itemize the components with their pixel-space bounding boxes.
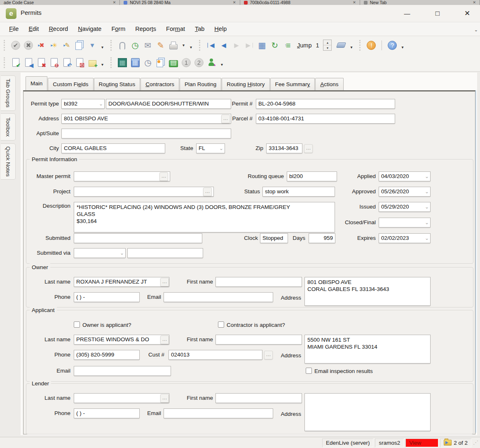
sidebar-tab-toolbox[interactable]: Toolbox [1, 113, 16, 141]
toolbar-grip[interactable] [4, 40, 7, 51]
master-permit-field[interactable] [74, 171, 170, 181]
refresh-icon[interactable]: ↻ [269, 40, 280, 51]
tab-actions[interactable]: Actions [315, 78, 343, 90]
applicant-email-field[interactable] [74, 366, 171, 376]
menu-form[interactable]: Form [106, 22, 130, 35]
project-field[interactable] [74, 187, 214, 197]
maximize-button[interactable]: □ [427, 5, 448, 22]
sort-icon[interactable]: ↑≡ [282, 40, 293, 51]
tab-plan-routing[interactable]: Plan Routing [180, 78, 221, 90]
clear-dropdown-icon[interactable]: ▾ [349, 42, 354, 53]
applied-date-field[interactable]: 04/03/2020⌄ [379, 171, 431, 181]
spinner-up-icon[interactable]: ▲ [323, 40, 331, 45]
approved-date-field[interactable]: 05/26/2020⌄ [379, 187, 431, 197]
toolbar-grip[interactable] [110, 40, 113, 51]
alert-icon[interactable]: ! [366, 40, 377, 51]
sidebar-tab-tab-groups[interactable]: Tab Groups [1, 75, 16, 111]
closed-final-date-field[interactable]: ⌄ [379, 218, 431, 228]
master-permit-lookup-button[interactable]: … [159, 172, 168, 181]
owner-address-area[interactable]: 801 OBISPO AVE CORAL GABLES FL 33134-364… [304, 277, 431, 306]
days-field[interactable]: 959 [309, 233, 335, 243]
owner-email-field[interactable] [164, 292, 273, 302]
submitted-field[interactable] [74, 233, 202, 243]
city-field[interactable]: CORAL GABLES [61, 143, 165, 153]
owner-last-name-field[interactable]: ROXANA J FERNANDEZ JT [74, 277, 169, 287]
lender-last-name-field[interactable] [74, 393, 169, 403]
expires-date-field[interactable]: 02/02/2023⌄ [379, 233, 431, 243]
history-icon[interactable]: ◷ [130, 40, 140, 51]
delete-record-icon[interactable]: ▸✖ [36, 40, 47, 51]
apt-suite-field[interactable] [61, 129, 231, 138]
more-dropdown-icon[interactable]: ▾ [188, 42, 194, 53]
tab-main[interactable]: Main [26, 76, 47, 90]
toolbar-grip[interactable] [359, 40, 362, 51]
copy-record-icon[interactable] [74, 40, 85, 51]
submitted-via-combo[interactable]: ⌄ [74, 248, 126, 258]
doc-delete-icon[interactable]: ☒ [74, 57, 85, 68]
menu-navigate[interactable]: Navigate [73, 22, 106, 35]
more-dropdown-icon[interactable]: ▾ [100, 59, 105, 70]
inspector-icon[interactable] [206, 57, 217, 68]
menu-overflow-icon[interactable]: ⌄ [474, 27, 478, 33]
close-button[interactable]: ✕ [457, 5, 478, 22]
tab-fee-summary[interactable]: Fee Summary [270, 78, 315, 90]
permit-type-combo[interactable]: bl392⌄ [61, 99, 105, 109]
mail-icon[interactable]: ✉ [143, 40, 153, 51]
web1-icon[interactable]: 1 [181, 57, 192, 68]
chevron-down-icon[interactable]: ⌄ [120, 249, 124, 258]
clear-search-icon[interactable] [336, 40, 347, 51]
owner-lookup-button[interactable]: … [160, 278, 169, 286]
menu-file[interactable]: File [4, 22, 23, 35]
lender-lookup-button[interactable]: … [160, 394, 169, 403]
nav-prev-icon[interactable]: ◀ [218, 40, 229, 51]
tab-routing-status[interactable]: Routing Status [94, 78, 140, 90]
applicant-lookup-button[interactable]: … [160, 335, 169, 344]
jump-value[interactable]: 1 [314, 42, 320, 49]
toolbar-grip[interactable] [4, 57, 7, 68]
chevron-down-icon[interactable]: ⌄ [425, 234, 429, 243]
browser-tab[interactable]: New Tab✕ [360, 0, 480, 5]
sidebar-tab-quick-notes[interactable]: Quick Notes [1, 143, 16, 180]
help-icon[interactable]: ? [387, 40, 398, 51]
zip-lookup-button[interactable]: … [304, 144, 313, 153]
tab-routing-history[interactable]: Routing History [222, 78, 269, 90]
doc-hold-icon[interactable]: ⊖ [49, 57, 59, 68]
browse-grid-icon[interactable]: ▦ [257, 40, 267, 51]
filter-icon[interactable]: ▼ [87, 40, 98, 51]
map-icon[interactable]: ▦ [117, 57, 128, 68]
applicant-first-name-field[interactable] [215, 335, 302, 345]
email-inspection-results-checkbox[interactable] [306, 368, 312, 374]
menu-tab[interactable]: Tab [190, 22, 209, 35]
chevron-down-icon[interactable]: ⌄ [425, 202, 429, 211]
doc-reject-icon[interactable]: ✖ [36, 57, 47, 68]
lender-address-area[interactable] [304, 393, 431, 431]
applicant-phone-field[interactable]: (305) 820-5999 [74, 350, 140, 360]
cust-no-field[interactable]: 024013 [169, 350, 262, 360]
browser-tab[interactable]: 700b0cda-0111-4988✕ [240, 0, 360, 5]
lender-email-field[interactable] [164, 408, 273, 418]
toolbar-grip[interactable] [110, 57, 113, 68]
cash-register-icon[interactable]: ▤ [168, 57, 179, 68]
chevron-down-icon[interactable]: ⌄ [425, 187, 429, 196]
description-field[interactable]: *HISTORIC* REPLACING (24) WINDOWS AND (3… [74, 202, 335, 232]
applicant-last-name-field[interactable]: PRESTIGE WINDOWS & DO [74, 335, 169, 345]
zip-field[interactable]: 33134-3643 [266, 143, 302, 153]
menu-edit[interactable]: Edit [23, 22, 44, 35]
browser-tab[interactable]: ade Code Case✕ [0, 0, 120, 5]
print-dropdown-icon[interactable]: ▾ [181, 40, 186, 51]
cancel-record-icon[interactable]: ✖ [23, 40, 34, 51]
tab-close-icon[interactable]: ✕ [233, 0, 236, 5]
routing-queue-field[interactable]: bl200 [287, 171, 337, 181]
resize-grip-icon[interactable] [473, 439, 479, 447]
doc-undo-icon[interactable]: ↶ [61, 57, 72, 68]
edit-note-icon[interactable]: ✎ [155, 40, 166, 51]
browser-tab[interactable]: NOVI 25 08 2840 Ma✕ [120, 0, 240, 5]
menu-reports[interactable]: Reports [130, 22, 161, 35]
lender-first-name-field[interactable] [215, 393, 302, 403]
minimize-button[interactable]: — [396, 5, 418, 22]
applicant-address-area[interactable]: 5500 NW 161 ST MIAMI GARDENS FL 33014 [304, 335, 431, 364]
clock-icon[interactable]: ◷ [143, 57, 153, 68]
copy-page-icon[interactable] [155, 57, 166, 68]
menu-format[interactable]: Format [161, 22, 190, 35]
doc-return-icon[interactable]: ◀ [23, 57, 34, 68]
